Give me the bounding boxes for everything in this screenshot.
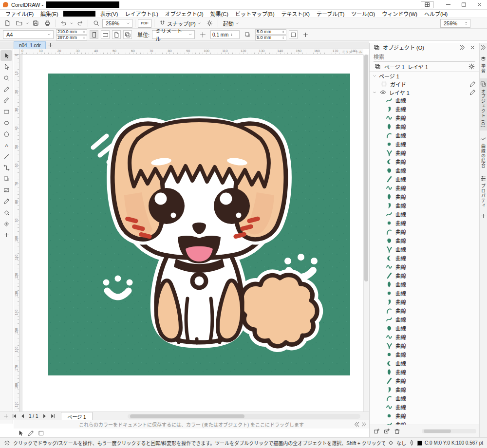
curve-row[interactable]: 曲線 bbox=[370, 271, 479, 280]
duplicate-x-field[interactable]: 5.0 mm bbox=[255, 29, 286, 35]
curve-row[interactable]: 曲線 bbox=[370, 122, 479, 131]
edit-guides-icon[interactable] bbox=[468, 80, 476, 88]
curve-row[interactable]: 曲線 bbox=[370, 350, 479, 359]
pick-tool[interactable] bbox=[0, 50, 12, 61]
drop-shadow-tool[interactable] bbox=[0, 173, 12, 184]
transparency-tool[interactable] bbox=[0, 185, 12, 195]
curve-row[interactable]: 曲線 bbox=[370, 113, 479, 122]
collapse-icon[interactable] bbox=[373, 91, 376, 94]
page-tab[interactable]: ページ 1 bbox=[61, 412, 92, 420]
curve-row[interactable]: 曲線 bbox=[370, 385, 479, 394]
zoom-tool[interactable] bbox=[0, 73, 12, 83]
artistic-media-tool[interactable] bbox=[0, 95, 12, 106]
undo-button[interactable] bbox=[58, 19, 69, 28]
curve-row[interactable]: 曲線 bbox=[370, 262, 479, 271]
zoom-tool-icon[interactable] bbox=[91, 19, 101, 28]
fill-indicator-icon[interactable] bbox=[38, 430, 44, 436]
maximize-button[interactable] bbox=[456, 0, 471, 9]
curve-row[interactable]: 曲線 bbox=[370, 245, 479, 254]
add-tool-button[interactable] bbox=[0, 229, 12, 240]
fill-none-icon[interactable] bbox=[388, 440, 394, 446]
curve-row[interactable]: 曲線 bbox=[370, 201, 479, 210]
duplicate-y-field[interactable]: 5.0 mm bbox=[255, 35, 286, 40]
collapse-icon[interactable] bbox=[373, 74, 376, 78]
horizontal-ruler[interactable]: ミリメートル 010203040506070809010011012013014… bbox=[19, 49, 363, 55]
curve-row[interactable]: 曲線 bbox=[370, 376, 479, 385]
curve-row[interactable]: 曲線 bbox=[370, 210, 479, 219]
curve-row[interactable]: 曲線 bbox=[370, 149, 479, 157]
collapse-docker-icon[interactable] bbox=[458, 43, 466, 51]
palette-scroll-left-icon[interactable] bbox=[354, 421, 360, 428]
nudge-field[interactable]: 0.1 mm bbox=[210, 30, 240, 39]
menu-item[interactable]: ツール(O) bbox=[348, 10, 378, 18]
undo-dropdown-icon[interactable] bbox=[70, 21, 74, 25]
menu-item[interactable]: ファイル(F) bbox=[2, 10, 37, 18]
workspace-switcher-button[interactable] bbox=[421, 1, 433, 8]
menu-item[interactable]: 表示(V) bbox=[97, 10, 122, 18]
curve-row[interactable]: 曲線 bbox=[370, 254, 479, 262]
curve-row[interactable]: 曲線 bbox=[370, 219, 479, 227]
tree-page-row[interactable]: ページ 1 bbox=[370, 72, 479, 80]
shape-tool[interactable] bbox=[0, 61, 12, 72]
menu-item[interactable]: ビットマップ(B) bbox=[232, 10, 278, 18]
dog-illustration[interactable] bbox=[48, 74, 350, 375]
curve-row[interactable]: 曲線 bbox=[370, 175, 479, 184]
rectangle-tool[interactable] bbox=[0, 106, 12, 117]
curve-row[interactable]: 曲線 bbox=[370, 306, 479, 315]
menu-item[interactable]: レイアウト(L) bbox=[121, 10, 161, 18]
curve-row[interactable]: 曲線 bbox=[370, 236, 479, 245]
docker-tab-inactive[interactable]: 学習 bbox=[480, 53, 487, 76]
spinner-icon[interactable] bbox=[464, 21, 468, 25]
page-width-field[interactable]: 210.0 mm bbox=[56, 29, 87, 35]
document-tab[interactable]: n04_1.cdr bbox=[14, 41, 46, 49]
curve-row[interactable]: 曲線 bbox=[370, 368, 479, 376]
text-tool[interactable]: A bbox=[0, 140, 12, 150]
curve-row[interactable]: 曲線 bbox=[370, 298, 479, 306]
add-toolbar-item-button[interactable] bbox=[300, 30, 311, 39]
menu-item[interactable]: ウィンドウ(W) bbox=[378, 10, 421, 18]
status-gear-icon[interactable] bbox=[4, 440, 10, 446]
close-button[interactable] bbox=[471, 0, 487, 9]
options-button[interactable] bbox=[205, 19, 215, 28]
curve-row[interactable]: 曲線 bbox=[370, 341, 479, 350]
curve-row[interactable]: 曲線 bbox=[370, 280, 479, 289]
expand-docker-icon[interactable] bbox=[480, 44, 487, 51]
docker-scrollbar-thumb[interactable] bbox=[424, 429, 451, 433]
curve-row[interactable]: 曲線 bbox=[370, 157, 479, 166]
vertical-scrollbar[interactable] bbox=[363, 55, 369, 411]
freehand-tool[interactable] bbox=[0, 84, 12, 94]
last-page-button[interactable] bbox=[49, 412, 56, 420]
menu-item[interactable]: 効果(C) bbox=[207, 10, 232, 18]
new-master-layer-button[interactable] bbox=[383, 428, 391, 435]
curve-row[interactable]: 曲線 bbox=[370, 96, 479, 105]
curve-row[interactable]: 曲線 bbox=[370, 184, 479, 192]
docker-tab-active[interactable]: オブジェクト (O) bbox=[480, 78, 487, 131]
curve-row[interactable]: 曲線 bbox=[370, 403, 479, 411]
delete-button[interactable] bbox=[393, 428, 401, 435]
dimension-tool[interactable] bbox=[0, 151, 12, 162]
launch-dropdown[interactable]: 起動 bbox=[221, 19, 242, 28]
docker-tab-inactive[interactable]: 曲線の結合 bbox=[480, 133, 487, 170]
objects-search-input[interactable] bbox=[374, 53, 475, 61]
interactive-fill-tool[interactable] bbox=[0, 207, 12, 218]
menu-item[interactable]: テキスト(X) bbox=[278, 10, 313, 18]
new-document-button[interactable] bbox=[2, 19, 13, 28]
active-layer-bar[interactable]: ページ 1 レイヤ 1 bbox=[370, 62, 479, 72]
new-layer-button[interactable] bbox=[373, 428, 380, 435]
layer-options-icon[interactable] bbox=[468, 63, 475, 71]
layer-visibility-icon[interactable] bbox=[379, 89, 387, 96]
publish-pdf-button[interactable]: PDF bbox=[138, 19, 151, 28]
curve-row[interactable]: 曲線 bbox=[370, 420, 479, 425]
smart-fill-tool[interactable] bbox=[0, 218, 12, 229]
current-page-button[interactable] bbox=[112, 30, 121, 39]
spinner-icon[interactable] bbox=[230, 33, 233, 37]
curve-row[interactable]: 曲線 bbox=[370, 394, 479, 403]
units-combo[interactable]: ミリメートル bbox=[152, 30, 195, 39]
tree-layer-row[interactable]: レイヤ 1 bbox=[370, 88, 479, 96]
tree-guides-row[interactable]: ガイド bbox=[370, 80, 479, 88]
next-page-button[interactable] bbox=[40, 412, 48, 420]
curve-row[interactable]: 曲線 bbox=[370, 411, 479, 420]
outline-indicator-icon[interactable] bbox=[28, 430, 34, 436]
close-docker-icon[interactable] bbox=[468, 43, 476, 51]
menu-item[interactable]: オブジェクト(J) bbox=[162, 10, 207, 18]
